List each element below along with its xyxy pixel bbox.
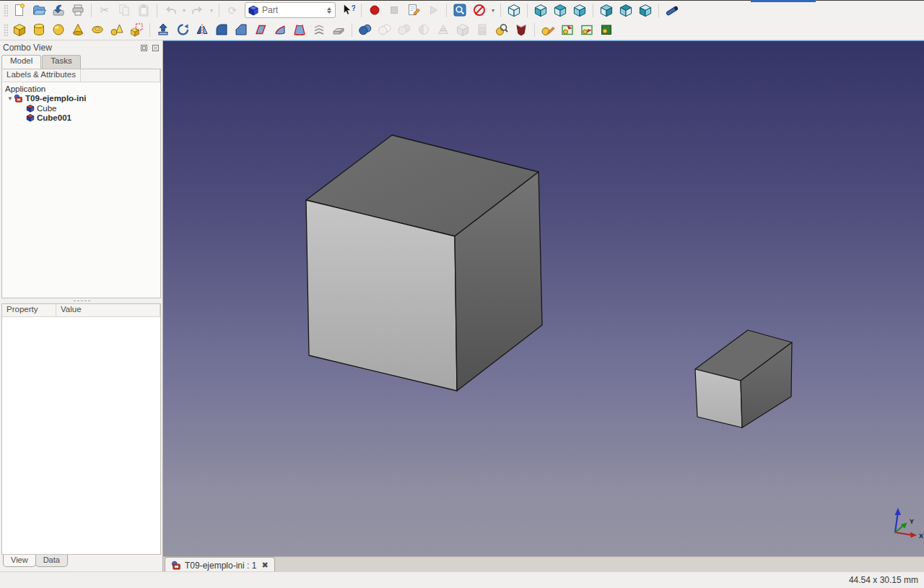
property-table-header: Property Value xyxy=(2,304,160,317)
tree-item-cube[interactable]: Cube xyxy=(2,103,160,113)
document-icon xyxy=(14,94,23,103)
view-top-icon xyxy=(553,3,567,17)
tab-close-icon[interactable]: ✖ xyxy=(261,561,268,570)
copy-button xyxy=(115,1,134,19)
part-loft-icon xyxy=(292,22,307,37)
workbench-selector[interactable]: Part xyxy=(245,2,336,18)
part-offset-button[interactable] xyxy=(329,21,348,38)
part-boolean-cut-icon xyxy=(378,22,392,37)
sketch-validate-button[interactable] xyxy=(597,21,616,38)
view-top-button[interactable] xyxy=(551,1,570,19)
save-file-button[interactable] xyxy=(49,1,68,19)
view-left-button[interactable] xyxy=(636,1,655,19)
part-revolve-button[interactable] xyxy=(173,21,192,38)
toolbar-separator xyxy=(219,4,219,17)
part-make-face-button[interactable] xyxy=(251,21,270,38)
part-shape-builder-button[interactable] xyxy=(127,21,146,38)
whats-this-button[interactable]: ? xyxy=(339,1,357,19)
workbench-cube-icon xyxy=(248,4,259,16)
tab-view[interactable]: View xyxy=(3,555,36,567)
new-file-icon xyxy=(12,3,27,17)
cut-icon: ✂ xyxy=(97,3,112,17)
workbench-selector-spin-icon[interactable] xyxy=(327,7,333,14)
toolbar-grip[interactable] xyxy=(3,4,8,17)
cube001-object[interactable] xyxy=(695,330,792,428)
measure-distance-button[interactable] xyxy=(663,1,681,19)
view-right-button[interactable] xyxy=(570,1,589,19)
tree-item-document[interactable]: ▼ T09-ejemplo-ini xyxy=(2,94,160,104)
macro-stop-button xyxy=(385,1,404,19)
part-fillet-button[interactable] xyxy=(212,21,231,38)
part-boolean-common-button xyxy=(395,21,414,38)
print-icon xyxy=(71,3,85,17)
tree-header-filler xyxy=(81,69,160,82)
open-file-button[interactable] xyxy=(30,1,48,19)
tab-tasks[interactable]: Tasks xyxy=(42,55,80,69)
part-boolean-union-icon xyxy=(358,22,372,37)
part-torus-button[interactable] xyxy=(88,21,107,38)
view-fit-all-button[interactable] xyxy=(450,1,469,19)
3d-viewport[interactable]: Y X xyxy=(163,40,924,556)
macro-record-button[interactable] xyxy=(365,1,384,19)
sketch-map-to-face-icon xyxy=(560,22,575,37)
splitter-handle[interactable] xyxy=(0,298,162,303)
view-bottom-button[interactable] xyxy=(616,1,635,19)
expander-icon[interactable]: ▼ xyxy=(6,95,14,102)
tab-model[interactable]: Model xyxy=(1,55,41,69)
tree-header-label: Labels & Attributes xyxy=(2,69,81,82)
part-sphere-button[interactable] xyxy=(49,21,68,38)
part-check-geometry-icon xyxy=(494,22,509,37)
view-rear-button[interactable] xyxy=(597,1,616,19)
tree-item-cube001[interactable]: Cube001 xyxy=(2,113,160,124)
part-check-geometry-button[interactable] xyxy=(492,21,511,38)
draw-style-button[interactable] xyxy=(470,1,489,19)
part-ruled-surface-button[interactable] xyxy=(271,21,289,38)
part-sweep-button[interactable] xyxy=(310,21,328,38)
3d-scene[interactable]: Y X xyxy=(163,41,924,555)
part-ruled-surface-icon xyxy=(273,22,287,37)
sketch-edit-button[interactable] xyxy=(539,21,557,38)
tree-item-application[interactable]: Application xyxy=(2,84,160,94)
part-extrude-button[interactable] xyxy=(154,21,173,38)
measure-distance-icon xyxy=(665,3,679,17)
refresh-button: ⟳ xyxy=(223,1,242,19)
toolbar-standard: ✂▾▾⟳Part?▾ xyxy=(0,1,924,20)
cube-object[interactable] xyxy=(306,135,542,391)
part-make-face-icon xyxy=(253,22,268,37)
toolbar-grip[interactable] xyxy=(3,23,8,37)
draw-style-dropdown-arrow[interactable]: ▾ xyxy=(489,7,497,14)
tab-data[interactable]: Data xyxy=(35,555,68,567)
part-cone-button[interactable] xyxy=(69,21,87,38)
toolbar-separator xyxy=(352,23,352,37)
part-loft-button[interactable] xyxy=(290,21,309,38)
part-boolean-union-button[interactable] xyxy=(356,21,375,38)
toolbar-separator xyxy=(361,4,362,17)
macro-edit-button[interactable] xyxy=(404,1,423,19)
part-primitives-button[interactable] xyxy=(108,21,126,38)
window-top-strip xyxy=(0,0,924,1)
sketch-map-to-face-button[interactable] xyxy=(558,21,577,38)
part-compsolid-icon xyxy=(475,22,489,37)
part-shape-builder-icon xyxy=(129,22,144,37)
toolbar-separator xyxy=(658,4,659,17)
part-defeaturing-button[interactable] xyxy=(512,21,531,38)
document-window-tab[interactable]: T09-ejemplo-ini : 1 ✖ xyxy=(165,557,275,573)
part-boolean-common-icon xyxy=(397,22,411,37)
sketch-edit-icon xyxy=(541,22,555,37)
part-cylinder-button[interactable] xyxy=(30,21,48,38)
property-table-body[interactable] xyxy=(2,317,160,554)
part-mirror-button[interactable] xyxy=(193,21,212,38)
panel-float-icon[interactable] xyxy=(139,43,148,52)
part-compound-button xyxy=(453,21,472,38)
part-box-button[interactable] xyxy=(10,21,29,38)
view-isometric-button[interactable] xyxy=(505,1,523,19)
view-front-button[interactable] xyxy=(531,1,550,19)
document-icon xyxy=(171,561,181,571)
sketch-reorient-button[interactable] xyxy=(578,21,596,38)
view-right-icon xyxy=(572,3,587,17)
part-chamfer-button[interactable] xyxy=(232,21,250,38)
print-button[interactable] xyxy=(69,1,87,19)
mdi-tab-bar: T09-ejemplo-ini : 1 ✖ xyxy=(163,556,924,573)
new-file-button[interactable] xyxy=(10,1,29,19)
panel-close-icon[interactable] xyxy=(151,43,160,52)
